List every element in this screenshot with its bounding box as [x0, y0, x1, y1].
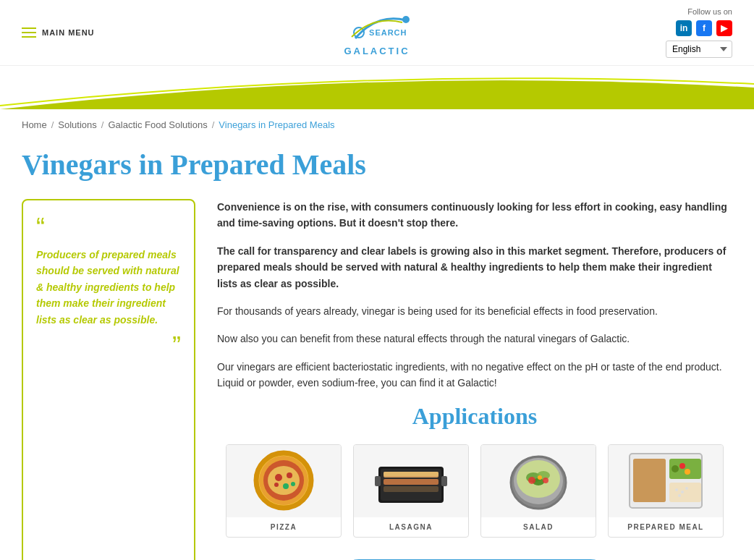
pizza-image [226, 445, 341, 517]
lasagna-image [354, 445, 468, 517]
lasagna-label: LASAGNA [354, 517, 468, 537]
quote-mark-open: “ [36, 215, 181, 241]
main-menu-label: MAIN MENU [42, 28, 95, 37]
follow-us-text: Follow us on [687, 7, 732, 16]
svg-rect-15 [384, 486, 439, 492]
main-menu-button[interactable]: MAIN MENU [22, 27, 95, 38]
breadcrumb-solutions[interactable]: Solutions [58, 119, 96, 130]
breadcrumb: Home / Solutions / Galactic Food Solutio… [0, 109, 754, 140]
main-content: Vinegars in Prepared Meals “ Producers o… [0, 140, 754, 560]
svg-point-25 [528, 477, 535, 484]
svg-point-39 [685, 487, 688, 490]
quote-mark-close: ” [36, 334, 181, 360]
svg-rect-14 [384, 479, 439, 485]
social-icons: in f ▶ [676, 20, 732, 36]
app-card-pizza[interactable]: PIZZA [226, 444, 342, 538]
svg-point-34 [679, 463, 685, 469]
page-title: Vinegars in Prepared Meals [22, 148, 732, 182]
paragraph-1: Convenience is on the rise, with consume… [217, 199, 732, 232]
paragraph-5: Our vinegars are efficient bacteriostati… [217, 359, 732, 391]
header-right: Follow us on in f ▶ English Français Deu… [666, 7, 732, 58]
breadcrumb-sep-1: / [51, 119, 54, 130]
applications-title: Applications [217, 403, 732, 430]
svg-point-9 [291, 482, 295, 486]
app-card-salad[interactable]: SALAD [480, 444, 596, 538]
salad-label: SALAD [481, 517, 596, 537]
green-curve-band [0, 66, 754, 109]
paragraph-3: For thousands of years already, vinegar … [217, 303, 732, 319]
svg-point-40 [678, 494, 681, 497]
svg-point-27 [538, 475, 542, 480]
svg-rect-31 [633, 459, 666, 502]
logo-graphic [334, 9, 420, 46]
svg-point-0 [402, 16, 410, 23]
language-select[interactable]: English Français Deutsch Nederlands [666, 41, 732, 58]
youtube-icon[interactable]: ▶ [716, 20, 732, 36]
svg-point-33 [672, 465, 679, 472]
applications-grid: PIZZA [217, 444, 732, 538]
breadcrumb-sep-2: / [101, 119, 104, 130]
svg-point-38 [681, 491, 684, 493]
svg-rect-36 [669, 483, 701, 502]
quote-text: Producers of prepared meals should be se… [36, 247, 181, 328]
article-text: Convenience is on the rise, with consume… [217, 199, 732, 560]
svg-point-4 [268, 466, 300, 495]
pizza-label: PIZZA [226, 517, 341, 537]
header: MAIN MENU SEARCH GALACTIC Follow us on i… [0, 0, 754, 66]
salad-image [481, 445, 596, 517]
svg-rect-18 [441, 476, 447, 486]
logo[interactable]: GALACTIC [334, 9, 420, 56]
content-area: “ Producers of prepared meals should be … [22, 199, 732, 560]
svg-point-35 [685, 469, 690, 475]
svg-rect-17 [375, 476, 381, 486]
paragraph-4: Now also you can benefit from these natu… [217, 331, 732, 347]
hamburger-icon [22, 27, 36, 38]
quote-box: “ Producers of prepared meals should be … [22, 199, 195, 560]
svg-point-26 [543, 478, 548, 483]
linkedin-icon[interactable]: in [676, 20, 692, 36]
svg-point-37 [675, 488, 678, 491]
prepared-meal-image [609, 445, 723, 517]
logo-text: GALACTIC [344, 46, 410, 56]
svg-point-6 [287, 472, 292, 478]
breadcrumb-sep-3: / [212, 119, 215, 130]
breadcrumb-galactic-food[interactable]: Galactic Food Solutions [108, 119, 207, 130]
facebook-icon[interactable]: f [696, 20, 712, 36]
paragraph-2: The call for transparency and clear labe… [217, 243, 732, 292]
breadcrumb-home[interactable]: Home [22, 119, 47, 130]
app-card-prepared-meal[interactable]: PREPARED MEAL [608, 444, 724, 538]
applications-section: Applications [217, 403, 732, 538]
prepared-meal-label: PREPARED MEAL [609, 517, 723, 537]
app-card-lasagna[interactable]: LASAGNA [353, 444, 469, 538]
svg-point-5 [275, 474, 282, 481]
svg-point-8 [274, 483, 279, 487]
svg-rect-16 [384, 472, 439, 476]
svg-point-7 [283, 483, 289, 489]
breadcrumb-current: Vinegars in Prepared Meals [219, 119, 334, 130]
